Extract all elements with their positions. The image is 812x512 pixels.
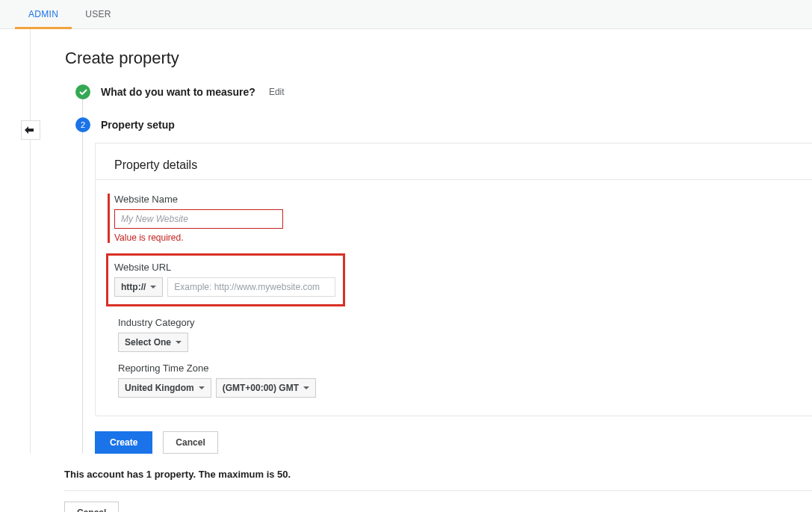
caret-down-icon — [199, 386, 205, 389]
caret-down-icon — [176, 341, 182, 344]
bottom-divider — [64, 490, 812, 491]
website-name-input[interactable] — [114, 209, 283, 229]
check-icon — [79, 89, 87, 95]
property-details-heading: Property details — [114, 158, 793, 172]
website-name-group: Website Name Value is required. — [108, 194, 793, 243]
caret-down-icon — [150, 286, 156, 289]
protocol-value: http:// — [121, 282, 146, 292]
industry-dropdown[interactable]: Select One — [118, 333, 188, 352]
property-details-card: Property details Website Name Value is r… — [95, 143, 812, 416]
timezone-country-value: United Kingdom — [125, 383, 194, 393]
timezone-group: Reporting Time Zone United Kingdom (GMT+… — [114, 363, 793, 398]
website-name-error: Value is required. — [114, 232, 793, 243]
caret-down-icon — [303, 386, 309, 389]
timezone-zone-value: (GMT+00:00) GMT — [223, 383, 299, 393]
website-url-input[interactable] — [167, 277, 335, 297]
back-arrow-icon — [25, 126, 37, 134]
protocol-dropdown[interactable]: http:// — [114, 277, 163, 297]
timezone-label: Reporting Time Zone — [118, 363, 793, 374]
page-title: Create property — [65, 49, 812, 68]
back-button[interactable] — [21, 120, 40, 140]
industry-label: Industry Category — [118, 317, 793, 328]
tab-user[interactable]: USER — [72, 0, 125, 29]
action-button-row: Create Cancel — [95, 431, 812, 454]
step-1-title: What do you want to measure? — [101, 86, 255, 98]
step-1-edit-link[interactable]: Edit — [269, 87, 285, 97]
create-button[interactable]: Create — [95, 431, 152, 454]
step-2-title: Property setup — [101, 119, 175, 131]
step-2-row: 2 Property setup — [65, 117, 812, 132]
industry-group: Industry Category Select One — [114, 317, 793, 352]
card-divider — [96, 179, 812, 180]
timezone-country-dropdown[interactable]: United Kingdom — [118, 378, 211, 398]
step-2-indicator: 2 — [75, 117, 90, 132]
website-url-label: Website URL — [114, 262, 337, 273]
stepper-line — [82, 90, 83, 454]
step-1-row: What do you want to measure? Edit — [65, 84, 812, 99]
industry-value: Select One — [125, 337, 171, 348]
page-cancel-button[interactable]: Cancel — [64, 502, 119, 512]
account-limit-text: This account has 1 property. The maximum… — [64, 469, 812, 480]
cancel-button[interactable]: Cancel — [163, 431, 217, 454]
timezone-zone-dropdown[interactable]: (GMT+00:00) GMT — [216, 378, 316, 398]
tab-bar: ADMIN USER — [0, 0, 812, 29]
website-url-group: Website URL http:// — [106, 253, 345, 306]
website-name-label: Website Name — [114, 194, 793, 205]
tab-admin[interactable]: ADMIN — [15, 0, 72, 29]
step-1-indicator — [75, 84, 90, 99]
